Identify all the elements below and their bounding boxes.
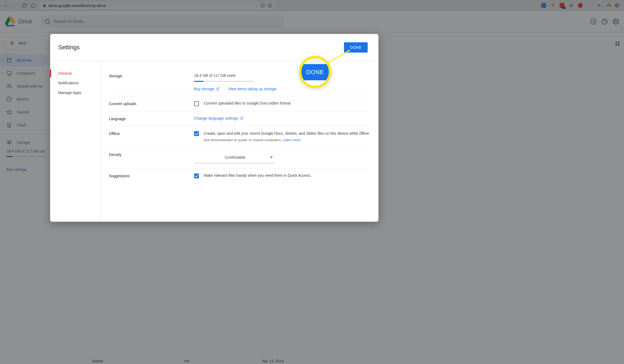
buy-storage-link[interactable]: Buy storage bbox=[194, 87, 220, 91]
external-link-icon bbox=[216, 87, 220, 91]
offline-checkbox[interactable] bbox=[194, 131, 199, 136]
setting-density: Density Comfortable bbox=[109, 147, 370, 168]
dialog-nav: General Notifications Manage Apps bbox=[50, 61, 101, 222]
density-value: Comfortable bbox=[225, 155, 245, 160]
setting-convert: Convert uploads Convert uploaded files t… bbox=[109, 96, 370, 111]
setting-label-storage: Storage bbox=[109, 73, 194, 91]
convert-checkbox-label: Convert uploaded files to Google Docs ed… bbox=[204, 101, 291, 105]
view-items-link[interactable]: View items taking up storage bbox=[228, 87, 277, 91]
dropdown-arrow-icon bbox=[270, 157, 273, 158]
callout-highlight: DONE bbox=[299, 56, 331, 88]
external-link-icon bbox=[240, 116, 243, 120]
nav-general[interactable]: General bbox=[50, 68, 101, 78]
setting-offline: Offline Create, open and edit your recen… bbox=[109, 126, 370, 147]
nav-manage-apps[interactable]: Manage Apps bbox=[50, 88, 101, 98]
density-select[interactable]: Comfortable bbox=[194, 152, 275, 163]
dialog-content: Storage 18.4 GB of 117 GB used Buy stora… bbox=[101, 61, 378, 222]
storage-usage-bar bbox=[194, 81, 253, 82]
learn-more-link[interactable]: Learn more bbox=[283, 138, 301, 142]
storage-usage-text: 18.4 GB of 117 GB used bbox=[194, 73, 370, 78]
offline-checkbox-label: Create, open and edit your recent Google… bbox=[204, 131, 369, 136]
setting-suggestions: Suggestions Make relevant files handy wh… bbox=[109, 168, 370, 183]
svg-line-22 bbox=[218, 88, 219, 89]
suggestions-checkbox-label: Make relevant files handy when you need … bbox=[204, 173, 311, 178]
setting-storage: Storage 18.4 GB of 117 GB used Buy stora… bbox=[109, 68, 370, 96]
setting-label-offline: Offline bbox=[109, 131, 194, 142]
suggestions-checkbox[interactable] bbox=[194, 174, 199, 178]
dialog-header: Settings DONE bbox=[50, 34, 378, 61]
setting-label-density: Density bbox=[109, 152, 194, 163]
settings-dialog: Settings DONE General Notifications Mana… bbox=[50, 34, 378, 222]
setting-label-language: Language bbox=[109, 116, 194, 121]
dialog-title: Settings bbox=[58, 44, 80, 51]
callout-label: DONE bbox=[301, 64, 329, 80]
setting-label-suggestions: Suggestions bbox=[109, 173, 194, 178]
convert-checkbox[interactable] bbox=[194, 101, 199, 106]
change-language-link[interactable]: Change language settings bbox=[194, 116, 243, 120]
setting-label-convert: Convert uploads bbox=[109, 101, 194, 106]
done-button[interactable]: DONE bbox=[344, 42, 368, 53]
offline-subtext: Not recommended on public or shared comp… bbox=[204, 138, 369, 142]
svg-line-23 bbox=[241, 117, 243, 119]
setting-language: Language Change language settings bbox=[109, 111, 370, 126]
nav-notifications[interactable]: Notifications bbox=[50, 78, 101, 88]
